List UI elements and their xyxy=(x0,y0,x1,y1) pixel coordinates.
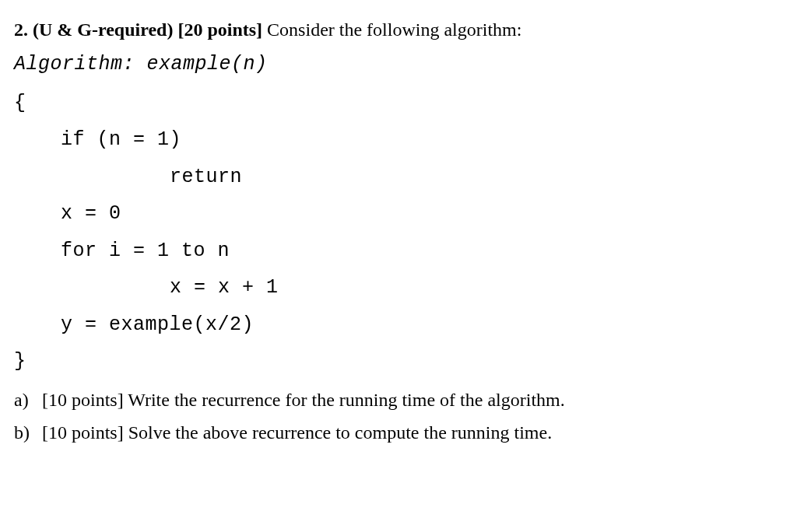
sub-label: b) xyxy=(14,418,42,446)
code-line: x = 0 xyxy=(14,199,783,229)
sub-points: [10 points] xyxy=(42,390,124,410)
algorithm-block: { if (n = 1) return x = 0 for i = 1 to n… xyxy=(14,89,783,376)
code-line: x = x + 1 xyxy=(14,273,783,303)
sub-text: Write the recurrence for the running tim… xyxy=(128,390,564,410)
algorithm-title: Algorithm: example(n) xyxy=(14,50,783,79)
brace-open: { xyxy=(14,89,783,118)
sub-label: a) xyxy=(14,386,42,414)
code-line: if (n = 1) xyxy=(14,125,783,155)
sub-question-a: a) [10 points] Write the recurrence for … xyxy=(14,386,783,414)
question-tag: (U & G-required) xyxy=(33,19,173,40)
question-header: 2. (U & G-required) [20 points] Consider… xyxy=(14,16,783,44)
sub-text: Solve the above recurrence to compute th… xyxy=(128,422,552,443)
sub-points: [10 points] xyxy=(42,422,124,443)
sub-question-b: b) [10 points] Solve the above recurrenc… xyxy=(14,418,783,446)
code-line: return xyxy=(14,163,783,192)
question-prompt: Consider the following algorithm: xyxy=(267,19,521,40)
code-line: y = example(x/2) xyxy=(14,310,783,340)
question-points: [20 points] xyxy=(177,19,262,40)
brace-close: } xyxy=(14,347,783,376)
code-line: for i = 1 to n xyxy=(14,236,783,266)
question-number: 2. xyxy=(14,19,28,40)
